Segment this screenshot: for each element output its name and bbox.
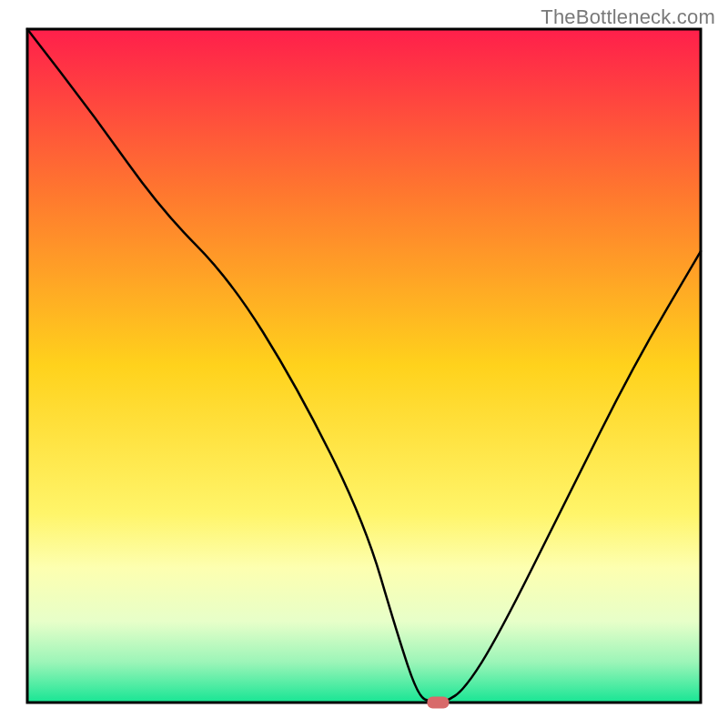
gradient-background: [27, 29, 701, 703]
chart-container: TheBottleneck.com: [0, 0, 728, 728]
watermark-label: TheBottleneck.com: [541, 5, 715, 29]
optimum-marker: [427, 697, 449, 709]
bottleneck-chart: [0, 0, 728, 728]
